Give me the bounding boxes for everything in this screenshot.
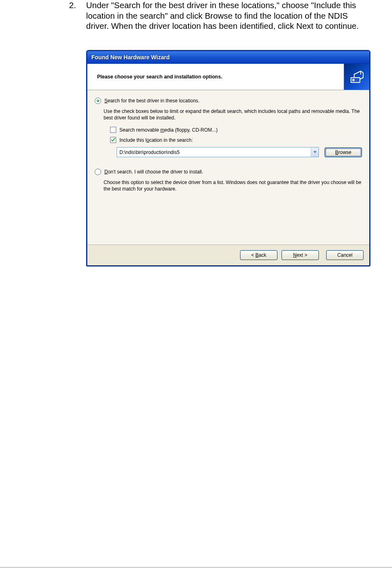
window-titlebar: Found New Hardware Wizard	[87, 51, 369, 64]
checkbox-icon	[110, 127, 116, 133]
radio-search-best-driver[interactable]: Search for the best driver in these loca…	[95, 98, 362, 104]
found-new-hardware-window: Found New Hardware Wizard Please choose …	[86, 50, 370, 266]
instruction-step: 2. Under "Search for the best driver in …	[69, 0, 360, 31]
radio-search-label: Search for the best driver in these loca…	[104, 98, 199, 104]
wizard-body: Search for the best driver in these loca…	[87, 90, 369, 245]
cancel-button-label: Cancel	[337, 252, 352, 258]
wizard-heading: Please choose your search and installati…	[87, 64, 344, 90]
step-number: 2.	[69, 0, 86, 11]
next-button[interactable]: Next >	[282, 250, 319, 260]
next-button-label: Next >	[293, 252, 307, 258]
cancel-button[interactable]: Cancel	[326, 250, 364, 260]
checkbox-removable-media[interactable]: Search removable media (floppy, CD-ROM..…	[110, 127, 362, 133]
dont-search-description: Choose this option to select the device …	[104, 179, 362, 192]
radio-icon	[95, 98, 101, 104]
radio-dont-search-label: Don't search. I will choose the driver t…	[104, 169, 203, 175]
back-button-label: < Back	[251, 252, 266, 258]
step-text: Under "Search for the best driver in the…	[86, 0, 360, 31]
search-description: Use the check boxes below to limit or ex…	[104, 108, 362, 121]
checkbox-removable-media-label: Search removable media (floppy, CD-ROM..…	[119, 127, 218, 133]
checkbox-icon-checked	[110, 137, 116, 143]
checkbox-include-location[interactable]: Include this location in the search:	[110, 137, 362, 143]
browse-button-label: Browse	[335, 150, 351, 155]
location-path-value: D:\ndis\bin\production\ndis5	[117, 147, 311, 157]
wizard-footer: < Back Next > Cancel	[87, 245, 369, 265]
chevron-down-icon[interactable]	[311, 147, 318, 157]
radio-icon	[95, 169, 101, 175]
checkbox-include-location-label: Include this location in the search:	[119, 137, 193, 143]
location-path-combobox[interactable]: D:\ndis\bin\production\ndis5	[117, 147, 319, 157]
window-title: Found New Hardware Wizard	[91, 54, 170, 61]
back-button[interactable]: < Back	[240, 250, 277, 260]
hardware-icon	[344, 64, 369, 90]
wizard-header: Please choose your search and installati…	[87, 64, 369, 90]
browse-button[interactable]: Browse	[325, 147, 362, 157]
page-footer-rule	[0, 567, 392, 568]
radio-dont-search[interactable]: Don't search. I will choose the driver t…	[95, 169, 362, 175]
